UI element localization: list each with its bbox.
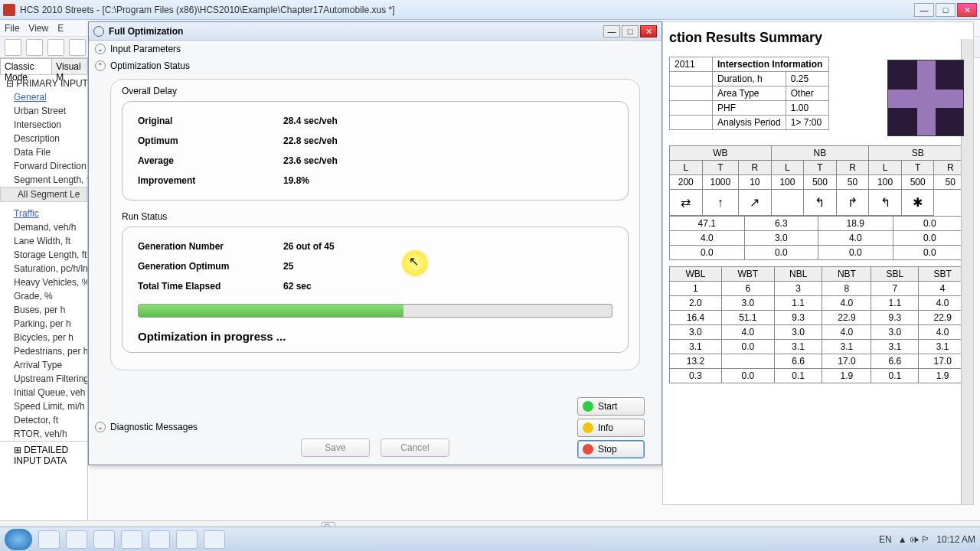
tree-traffic[interactable]: Traffic <box>0 207 87 220</box>
overall-delay-box: Original28.4 sec/vehOptimum22.8 sec/vehA… <box>122 101 629 201</box>
progress-bar <box>138 304 612 318</box>
tree-traffic-item[interactable]: Speed Limit, mi/h <box>0 399 87 413</box>
tree-intersection[interactable]: Intersection <box>0 118 87 132</box>
taskbar-app2[interactable] <box>121 530 142 549</box>
nav-tree: ⊟ PRIMARY INPUT General Urban Street Int… <box>0 75 87 520</box>
tree-traffic-item[interactable]: RTOR, veh/h <box>0 427 87 441</box>
approach-table: WBNBSB LTRLTRLTR 20010001010050050100500… <box>669 145 967 216</box>
intersection-diagram <box>887 60 964 136</box>
app-icon <box>3 4 15 16</box>
start-button[interactable]: Start <box>577 397 645 416</box>
tool-save[interactable] <box>47 39 64 56</box>
tool-new[interactable] <box>5 39 21 56</box>
chevron-down-icon: ⌄ <box>95 44 106 54</box>
tree-traffic-item[interactable]: Saturation, pc/h/ln <box>0 262 87 276</box>
tree-traffic-item[interactable]: Pedestrians, per h <box>0 344 87 358</box>
section-diagnostic-messages[interactable]: ⌄ Diagnostic Messages <box>95 422 198 432</box>
menu-view[interactable]: View <box>28 23 48 34</box>
maximize-button[interactable]: □ <box>936 3 956 17</box>
dialog-close[interactable]: ✕ <box>640 25 657 37</box>
movement-table: WBLWBTNBLNBTSBLSBT 1638742.03.01.14.01.1… <box>669 266 967 383</box>
tree-traffic-item[interactable]: Detector, ft <box>0 413 87 427</box>
taskbar-explorer[interactable] <box>93 530 115 549</box>
tree-traffic-item[interactable]: Upstream Filtering (I) <box>0 372 87 386</box>
run-status-box: Generation Number26 out of 45Generation … <box>122 227 629 353</box>
dialog-title: Full Optimization <box>109 26 602 37</box>
chevron-up-icon: ⌃ <box>95 60 106 71</box>
start-button-windows[interactable] <box>5 529 32 550</box>
intersection-info-table: 2011Intersection Information Duration, h… <box>669 57 829 130</box>
results-header: ction Results Summary <box>663 22 973 54</box>
tree-traffic-item[interactable]: Initial Queue, veh <box>0 386 87 399</box>
tree-primary-input[interactable]: ⊟ PRIMARY INPUT <box>0 77 87 90</box>
tree-description[interactable]: Description <box>0 132 87 145</box>
tree-traffic-item[interactable]: Grade, % <box>0 289 87 303</box>
tool-open[interactable] <box>26 39 43 56</box>
progress-message: Optimization in progress ... <box>138 330 612 343</box>
dialog-icon <box>93 26 104 37</box>
taskbar-ie[interactable] <box>38 530 60 549</box>
dialog-minimize[interactable]: — <box>603 25 620 37</box>
close-button[interactable]: ✕ <box>957 3 977 17</box>
tree-segment-length[interactable]: Segment Length, ft <box>0 173 87 187</box>
main-titlebar: HCS 2010 Streets - [C:\Program Files (x8… <box>0 0 980 20</box>
tree-traffic-item[interactable]: Lane Width, ft <box>0 234 87 248</box>
overall-delay-title: Overall Delay <box>122 86 629 96</box>
tree-data-file[interactable]: Data File <box>0 145 87 159</box>
tree-general[interactable]: General <box>0 90 87 104</box>
tab-visual-mode[interactable]: Visual M <box>51 58 88 74</box>
tree-urban-street[interactable]: Urban Street <box>0 104 87 118</box>
tree-traffic-item[interactable]: Heavy Vehicles, % <box>0 276 87 289</box>
tab-classic-mode[interactable]: Classic Mode <box>0 58 52 74</box>
taskbar-app3[interactable] <box>176 530 198 549</box>
chevron-down-icon: ⌄ <box>95 422 106 432</box>
window-title: HCS 2010 Streets - [C:\Program Files (x8… <box>20 5 914 15</box>
left-panel: Classic Mode Visual M ⊟ PRIMARY INPUT Ge… <box>0 58 88 520</box>
tree-traffic-item[interactable]: Buses, per h <box>0 303 87 317</box>
tree-detailed-input[interactable]: ⊞ DETAILED INPUT DATA <box>0 441 87 469</box>
menu-file[interactable]: File <box>5 23 19 34</box>
tree-traffic-item[interactable]: Parking, per h <box>0 317 87 331</box>
taskbar-app1[interactable] <box>66 530 87 549</box>
info-button[interactable]: Info <box>577 419 645 437</box>
menu-e[interactable]: E <box>57 23 64 34</box>
tree-all-segment[interactable]: All Segment Le <box>0 187 87 202</box>
tree-traffic-item[interactable]: Bicycles, per h <box>0 331 87 344</box>
minimize-button[interactable]: — <box>914 3 934 17</box>
tool-print[interactable] <box>69 39 86 56</box>
taskbar: EN ▲ 🕪 🏳 10:12 AM <box>0 527 980 551</box>
section-input-parameters[interactable]: ⌄ Input Parameters <box>89 41 662 57</box>
run-status-title: Run Status <box>122 211 629 222</box>
tree-traffic-item[interactable]: Demand, veh/h <box>0 220 87 234</box>
save-button[interactable]: Save <box>301 439 370 457</box>
section-optimization-status[interactable]: ⌃ Optimization Status <box>89 57 662 74</box>
tree-traffic-item[interactable]: Storage Length, ft <box>0 248 87 262</box>
results-panel: ction Results Summary 2011Intersection I… <box>662 21 974 505</box>
metrics-table: 47.16.318.90.04.03.04.00.00.00.00.00.0 <box>669 216 967 260</box>
cancel-button[interactable]: Cancel <box>381 439 449 457</box>
tree-traffic-item[interactable]: Arrival Type <box>0 358 87 372</box>
dialog-maximize[interactable]: □ <box>622 25 639 37</box>
taskbar-excel[interactable] <box>149 530 170 549</box>
tree-forward-direction[interactable]: Forward Direction <box>0 159 87 173</box>
taskbar-hcs[interactable] <box>204 530 225 549</box>
system-tray[interactable]: EN ▲ 🕪 🏳 10:12 AM <box>879 534 975 545</box>
full-optimization-dialog: Full Optimization — □ ✕ ⌄ Input Paramete… <box>88 21 662 465</box>
